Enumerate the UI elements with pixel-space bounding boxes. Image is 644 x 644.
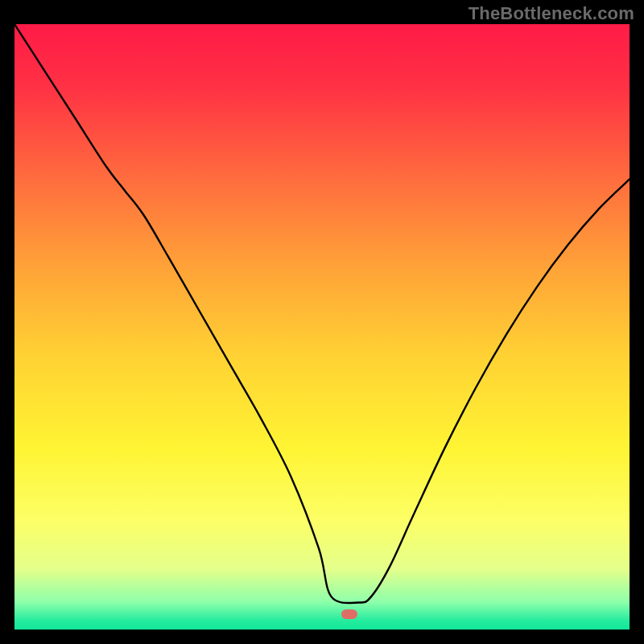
curve-line: [14, 24, 630, 630]
plot-area: [14, 24, 630, 630]
watermark-text: TheBottleneck.com: [469, 3, 634, 24]
minimum-marker: [341, 609, 357, 619]
chart-frame: TheBottleneck.com: [0, 0, 644, 644]
